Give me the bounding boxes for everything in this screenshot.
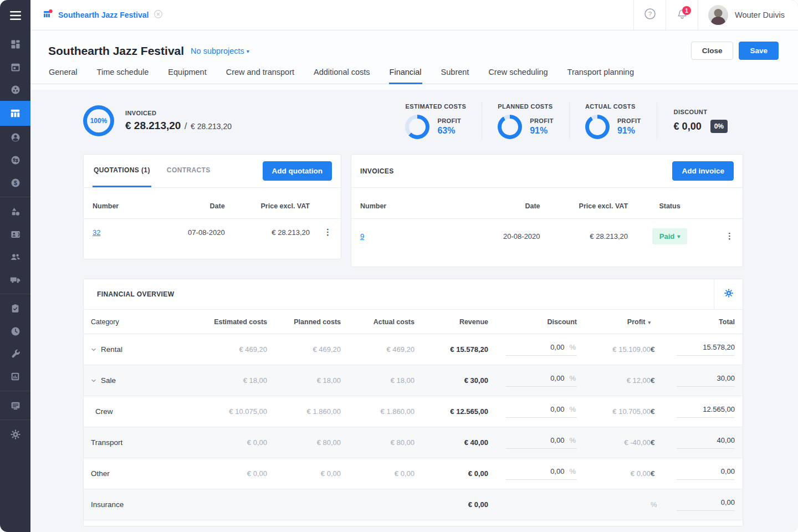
discount-input[interactable]: 0,00% — [506, 405, 577, 418]
tab-subrent[interactable]: Subrent — [441, 68, 470, 84]
statistics-icon — [10, 371, 21, 382]
kebab-menu-icon[interactable]: ⋮ — [324, 227, 332, 237]
financial-row-rental: Rental € 469,20 € 469,20 € 469,20 € 15.5… — [84, 334, 743, 365]
user-menu[interactable]: Wouter Duivis — [698, 0, 798, 30]
tab-transport-planning[interactable]: Transport planning — [567, 68, 635, 84]
sidebar: $ — [0, 0, 30, 532]
planned-costs-stat: PLANNED COSTS PROFIT91% — [482, 103, 569, 139]
open-project-tab[interactable]: Southearth Jazz Festival — [30, 0, 173, 30]
sidebar-item-messages[interactable] — [0, 394, 30, 417]
sidebar-item-calendar[interactable] — [0, 55, 30, 78]
sidebar-item-settings[interactable] — [0, 423, 30, 446]
subprojects-dropdown[interactable]: No subprojects ▾ — [191, 47, 249, 55]
sidebar-item-contacts[interactable] — [0, 223, 30, 245]
repair-icon — [10, 349, 21, 360]
hamburger-menu-icon[interactable] — [0, 0, 30, 30]
financial-overview-card: FINANCIAL OVERVIEW Category Estimated co… — [83, 279, 743, 526]
sidebar-item-time[interactable] — [0, 320, 30, 342]
app-window: $ Southearth Jazz Festival ? 1 — [0, 0, 798, 532]
tab-time-schedule[interactable]: Time schedule — [96, 68, 150, 84]
notifications-button[interactable]: 1 — [666, 0, 698, 30]
discount-input[interactable]: 0,00% — [506, 343, 577, 356]
page-title: Southearth Jazz Festival — [48, 44, 184, 58]
quotations-card: QUOTATIONS (1) CONTRACTS Add quotation N… — [83, 154, 341, 259]
financial-row-crew: Crew € 10.075,00 € 1.860,00 € 1.860,00 €… — [84, 396, 743, 427]
sidebar-item-exchange[interactable] — [0, 149, 30, 171]
tab-contracts[interactable]: CONTRACTS — [166, 155, 212, 187]
discount-amount: € 0,00 — [674, 121, 702, 132]
total-input[interactable]: 30,00 — [677, 374, 735, 387]
tab-crew-and-transport[interactable]: Crew and transport — [226, 68, 295, 84]
dashboard-icon — [10, 39, 21, 50]
kebab-menu-icon[interactable]: ⋮ — [725, 231, 734, 241]
actual-costs-donut — [585, 115, 610, 139]
tab-general[interactable]: General — [48, 68, 78, 84]
svg-text:?: ? — [648, 11, 651, 17]
financial-table-header: Category Estimated costs Planned costs A… — [84, 310, 743, 334]
expand-row-icon[interactable] — [91, 378, 96, 383]
planned-costs-donut — [498, 115, 522, 139]
estimated-costs-stat: ESTIMATED COSTS PROFIT63% — [390, 103, 482, 139]
tab-financial[interactable]: Financial — [389, 68, 422, 84]
notification-badge: 1 — [682, 6, 691, 15]
calendar-icon — [10, 62, 21, 73]
financial-row-transport: Transport € 0,00 € 80,00 € 80,00 € 40,00… — [84, 427, 743, 458]
partial-row — [84, 520, 743, 526]
gear-icon — [724, 288, 734, 300]
sidebar-item-crew[interactable] — [0, 245, 30, 268]
total-input[interactable]: 0,00 — [677, 498, 735, 511]
table-settings-button[interactable] — [714, 279, 743, 309]
save-button[interactable]: Save — [739, 42, 779, 60]
total-input[interactable]: 0,00 — [677, 467, 735, 480]
stats-row: 100% INVOICED € 28.213,20 / € 28.213,20 … — [83, 103, 743, 139]
financial-overview-title: FINANCIAL OVERVIEW — [97, 290, 174, 298]
estimated-costs-donut — [405, 115, 429, 139]
total-input[interactable]: 15.578,20 — [677, 343, 735, 356]
discount-input[interactable]: 0,00% — [506, 436, 577, 449]
sidebar-item-repair[interactable] — [0, 342, 30, 365]
sidebar-divider — [0, 197, 30, 197]
crew-icon — [9, 251, 21, 263]
tab-equipment[interactable]: Equipment — [167, 68, 207, 84]
sidebar-item-projects[interactable] — [0, 101, 30, 126]
discount-input[interactable]: 0,00% — [506, 374, 577, 387]
invoiced-amount: € 28.213,20 / € 28.213,20 — [125, 120, 232, 132]
tab-crew-scheduling[interactable]: Crew scheduling — [488, 68, 548, 84]
help-icon: ? — [643, 7, 657, 23]
invoiced-stat: 100% INVOICED € 28.213,20 / € 28.213,20 — [83, 105, 232, 136]
discount-input[interactable]: 0,00% — [506, 467, 577, 480]
invoice-number-link[interactable]: 9 — [360, 232, 364, 241]
expand-row-icon[interactable] — [91, 347, 96, 352]
sidebar-item-transport[interactable] — [0, 268, 30, 291]
close-button[interactable]: Close — [691, 42, 734, 60]
sidebar-item-account[interactable] — [0, 126, 30, 149]
sidebar-item-equipment[interactable] — [0, 200, 30, 223]
sidebar-item-power[interactable] — [0, 78, 30, 101]
sidebar-item-financial[interactable]: $ — [0, 171, 30, 194]
actual-costs-stat: ACTUAL COSTS PROFIT91% — [570, 103, 657, 139]
quotation-number-link[interactable]: 32 — [93, 228, 100, 237]
invoice-row: 9 20-08-2020 € 28.213,20 Paid▾ ⋮ — [351, 219, 743, 253]
topbar: Southearth Jazz Festival ? 1 Wouter Duiv… — [30, 0, 798, 30]
contacts-icon — [10, 229, 21, 240]
help-button[interactable]: ? — [633, 0, 666, 30]
tab-additional-costs[interactable]: Additional costs — [313, 68, 371, 84]
sidebar-divider — [0, 391, 30, 391]
tab-quotations[interactable]: QUOTATIONS (1) — [93, 155, 151, 187]
svg-text:$: $ — [14, 180, 17, 186]
add-invoice-button[interactable]: Add invoice — [672, 161, 734, 181]
tasks-icon — [10, 303, 21, 314]
total-input[interactable]: 12.565,00 — [677, 405, 735, 418]
sidebar-item-dashboard[interactable] — [0, 33, 30, 55]
sidebar-divider — [0, 420, 30, 420]
close-tab-icon[interactable] — [154, 9, 163, 21]
add-quotation-button[interactable]: Add quotation — [263, 161, 332, 181]
sidebar-item-statistics[interactable] — [0, 365, 30, 388]
sidebar-item-tasks[interactable] — [0, 297, 30, 320]
transport-icon — [9, 274, 21, 285]
total-input[interactable]: 40,00 — [677, 436, 735, 449]
invoice-status-dropdown[interactable]: Paid▾ — [652, 228, 688, 244]
sort-profit-column[interactable]: Profit▾ — [577, 318, 651, 326]
account-icon — [10, 132, 21, 143]
socket-icon — [10, 84, 21, 95]
